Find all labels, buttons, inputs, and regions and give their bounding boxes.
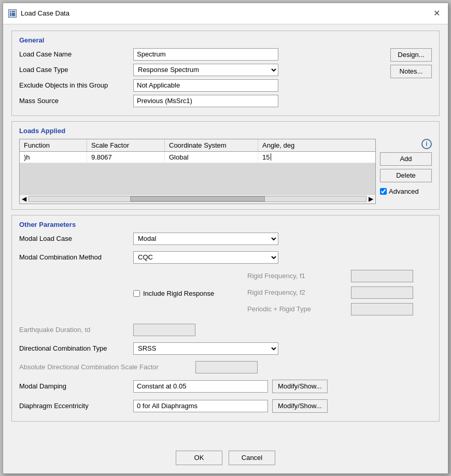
mass-source-value: Previous (MsSrc1) xyxy=(137,97,192,105)
advanced-checkbox-row: Advanced xyxy=(380,187,432,195)
col-angle: Angle, deg xyxy=(258,139,375,151)
periodic-rigid-type-row: Periodic + Rigid Type xyxy=(247,303,432,315)
close-button[interactable]: ✕ xyxy=(430,7,443,20)
add-button[interactable]: Add xyxy=(380,152,432,166)
design-button[interactable]: Design... xyxy=(390,48,432,62)
modal-load-case-select[interactable]: Modal xyxy=(133,233,278,245)
load-case-type-label: Load Case Type xyxy=(19,66,133,74)
title-bar-left: Load Case Data xyxy=(8,9,69,18)
scrollbar-track[interactable] xyxy=(29,196,367,202)
diaphragm-ecc-btn[interactable]: Modify/Show... xyxy=(272,399,328,413)
svg-rect-0 xyxy=(9,10,16,17)
scroll-left-arrow[interactable]: ◀ xyxy=(22,195,26,203)
earthquake-duration-row: Earthquake Duration, td xyxy=(19,324,432,336)
col-scale-factor: Scale Factor xyxy=(87,139,165,151)
col-coordinate-system: Coordinate System xyxy=(165,139,258,151)
modal-damping-row: Modal Damping Modify/Show... xyxy=(19,380,432,393)
load-case-type-select[interactable]: Response Spectrum xyxy=(133,64,278,76)
directional-comb-row: Directional Combination Type SRSS Absolu… xyxy=(19,342,432,355)
modal-damping-input[interactable] xyxy=(133,380,268,393)
directional-comb-select[interactable]: SRSS Absolute xyxy=(133,342,278,355)
diaphragm-ecc-label: Diaphragm Eccentricity xyxy=(19,402,133,410)
td-angle[interactable]: 15 xyxy=(258,152,375,163)
cancel-button[interactable]: Cancel xyxy=(229,451,275,465)
modal-load-case-row: Modal Load Case Modal xyxy=(19,233,432,245)
directional-comb-label: Directional Combination Type xyxy=(19,344,133,352)
td-coordinate-system: Global xyxy=(165,152,258,163)
general-section-title: General xyxy=(19,36,432,44)
dialog-footer: OK Cancel xyxy=(3,445,448,473)
modal-load-case-label: Modal Load Case xyxy=(19,235,133,242)
dialog-title: Load Case Data xyxy=(21,9,69,17)
dialog-content: General Load Case Name Load Case Type Re… xyxy=(3,24,448,445)
other-params-section: Other Parameters Modal Load Case Modal M… xyxy=(11,215,440,422)
title-bar: Load Case Data ✕ xyxy=(3,3,448,24)
table-empty-area xyxy=(20,163,375,194)
mass-source-label: Mass Source xyxy=(19,97,133,105)
exclude-objects-label: Exclude Objects in this Group xyxy=(19,81,133,89)
col-function: Function xyxy=(20,139,87,151)
rigid-freq-f1-label: Rigid Frequency, f1 xyxy=(247,272,351,280)
loads-table-area: Function Scale Factor Coordinate System … xyxy=(19,139,376,204)
diaphragm-ecc-input[interactable] xyxy=(133,400,268,412)
modal-comb-method-row: Modal Combination Method CQC SRSS Absolu… xyxy=(19,251,432,264)
loads-applied-layout: Function Scale Factor Coordinate System … xyxy=(19,139,432,204)
table-row[interactable]: )h 9.8067 Global 15 xyxy=(20,152,375,163)
abs-dir-scale-label: Absolute Directional Combination Scale F… xyxy=(19,363,195,371)
abs-dir-scale-row: Absolute Directional Combination Scale F… xyxy=(19,361,432,373)
general-with-buttons: Load Case Name Load Case Type Response S… xyxy=(19,48,432,110)
modal-damping-btn[interactable]: Modify/Show... xyxy=(272,380,328,393)
modal-comb-method-label: Modal Combination Method xyxy=(19,253,133,261)
include-rigid-checkbox[interactable] xyxy=(133,290,140,297)
text-cursor xyxy=(271,153,271,161)
load-case-dialog: Load Case Data ✕ General Load Case Name … xyxy=(3,3,448,474)
general-section: General Load Case Name Load Case Type Re… xyxy=(11,31,440,116)
rigid-freq-f2-label: Rigid Frequency, f2 xyxy=(247,289,351,296)
notes-button[interactable]: Notes... xyxy=(390,65,432,78)
rigid-response-group: Include Rigid Response Rigid Frequency, … xyxy=(133,270,432,318)
rigid-freq-f1-row: Rigid Frequency, f1 xyxy=(247,270,432,282)
advanced-checkbox[interactable] xyxy=(380,188,387,195)
delete-button[interactable]: Delete xyxy=(380,169,432,182)
general-fields: Load Case Name Load Case Type Response S… xyxy=(19,48,381,110)
rigid-freq-f1-input[interactable] xyxy=(351,270,413,282)
rigid-freq-f2-row: Rigid Frequency, f2 xyxy=(247,286,432,299)
loads-applied-title: Loads Applied xyxy=(19,127,432,135)
load-case-name-input[interactable] xyxy=(133,48,278,61)
scroll-right-arrow[interactable]: ▶ xyxy=(369,195,373,203)
earthquake-duration-input[interactable] xyxy=(133,324,195,336)
mass-source-row: Mass Source Previous (MsSrc1) xyxy=(19,95,381,107)
include-rigid-label[interactable]: Include Rigid Response xyxy=(143,290,214,297)
loads-applied-section: Loads Applied Function Scale Factor Coor… xyxy=(11,121,440,210)
exclude-objects-value: Not Applicable xyxy=(137,81,180,89)
rigid-freq-fields: Rigid Frequency, f1 Rigid Frequency, f2 … xyxy=(247,270,432,318)
loads-right-controls: i Add Delete Advanced xyxy=(380,139,432,204)
modal-damping-label: Modal Damping xyxy=(19,382,133,390)
load-case-name-label: Load Case Name xyxy=(19,50,133,58)
diaphragm-ecc-row: Diaphragm Eccentricity Modify/Show... xyxy=(19,399,432,413)
periodic-rigid-type-input[interactable] xyxy=(351,303,413,315)
include-rigid-row: Include Rigid Response Rigid Frequency, … xyxy=(19,270,432,318)
rigid-freq-f2-input[interactable] xyxy=(351,286,413,299)
td-function: )h xyxy=(20,152,87,163)
scrollbar-thumb[interactable] xyxy=(130,196,265,201)
angle-value: 15 xyxy=(262,153,270,161)
periodic-rigid-type-label: Periodic + Rigid Type xyxy=(247,305,351,313)
info-icon[interactable]: i xyxy=(421,139,432,149)
ok-button[interactable]: OK xyxy=(176,451,222,465)
include-rigid-checkbox-group: Include Rigid Response xyxy=(133,270,237,318)
earthquake-duration-label: Earthquake Duration, td xyxy=(19,326,133,334)
table-header: Function Scale Factor Coordinate System … xyxy=(20,139,375,152)
load-case-type-row: Load Case Type Response Spectrum xyxy=(19,64,381,76)
load-case-name-row: Load Case Name xyxy=(19,48,381,61)
abs-dir-scale-input[interactable] xyxy=(195,361,258,373)
td-scale-factor: 9.8067 xyxy=(87,152,165,163)
advanced-label[interactable]: Advanced xyxy=(389,187,419,195)
general-side-buttons: Design... Notes... xyxy=(390,48,432,110)
dialog-icon xyxy=(8,9,17,18)
table-scrollbar[interactable]: ◀ ▶ xyxy=(20,194,375,204)
exclude-objects-row: Exclude Objects in this Group Not Applic… xyxy=(19,79,381,92)
modal-comb-method-select[interactable]: CQC SRSS Absolute xyxy=(133,251,278,264)
other-params-title: Other Parameters xyxy=(19,221,432,228)
